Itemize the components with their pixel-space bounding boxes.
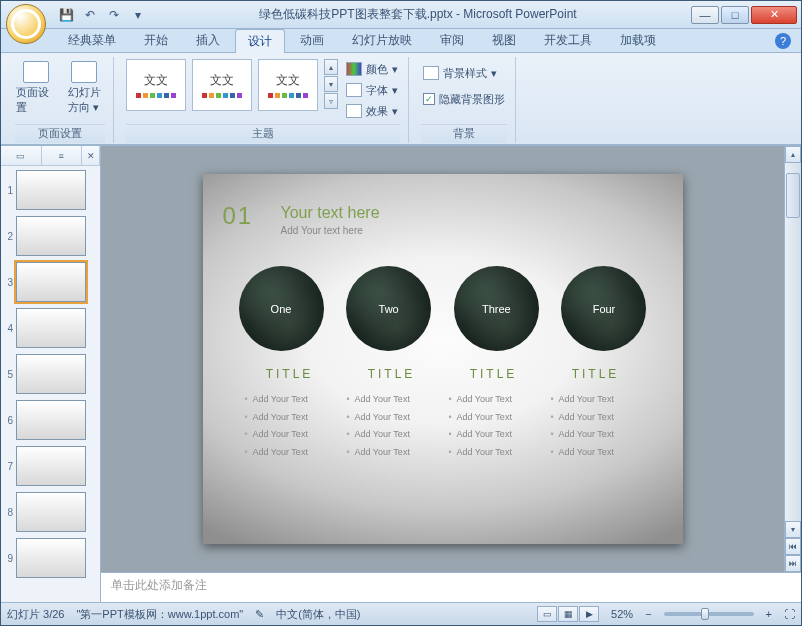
orientation-label: 幻灯片方向 ▾	[68, 85, 101, 115]
theme-thumb-3[interactable]: 文文	[258, 59, 318, 111]
col-item: Add Your Text	[347, 444, 437, 462]
page-setup-label: 页面设置	[16, 85, 56, 115]
colors-icon	[346, 62, 362, 76]
slide-thumbnail-9[interactable]	[16, 538, 86, 578]
thumb-number: 9	[3, 553, 13, 564]
zoom-out-icon[interactable]: −	[645, 608, 651, 620]
slide[interactable]: 01 Your text here Add Your text here One…	[203, 174, 683, 544]
slide-thumbnail-7[interactable]	[16, 446, 86, 486]
circle-2[interactable]: Two	[346, 266, 431, 351]
column-3[interactable]: TITLEAdd Your TextAdd Your TextAdd Your …	[449, 367, 539, 461]
close-button[interactable]: ✕	[751, 6, 797, 24]
slide-thumbnail-8[interactable]	[16, 492, 86, 532]
slide-subtitle[interactable]: Add Your text here	[281, 225, 655, 236]
status-language[interactable]: 中文(简体，中国)	[276, 607, 360, 622]
theme-thumb-1[interactable]: 文文	[126, 59, 186, 111]
column-4[interactable]: TITLEAdd Your TextAdd Your TextAdd Your …	[551, 367, 641, 461]
next-slide-icon[interactable]: ⏭	[785, 555, 801, 572]
slide-canvas[interactable]: 01 Your text here Add Your text here One…	[101, 146, 784, 572]
tab-insert[interactable]: 插入	[183, 28, 233, 52]
notes-pane[interactable]: 单击此处添加备注	[101, 572, 801, 602]
qat-more-icon[interactable]: ▾	[129, 6, 147, 24]
col-item: Add Your Text	[245, 444, 335, 462]
tab-developer[interactable]: 开发工具	[531, 28, 605, 52]
group-label-page-setup: 页面设置	[15, 124, 105, 143]
slide-title[interactable]: Your text here	[281, 204, 655, 222]
slide-thumbnail-1[interactable]	[16, 170, 86, 210]
tab-addins[interactable]: 加载项	[607, 28, 669, 52]
slide-thumbnail-4[interactable]	[16, 308, 86, 348]
tab-home[interactable]: 开始	[131, 28, 181, 52]
circle-3[interactable]: Three	[454, 266, 539, 351]
group-background: 背景样式 ▾ ✓隐藏背景图形 背景	[413, 57, 516, 143]
ribbon-tabs: 经典菜单 开始 插入 设计 动画 幻灯片放映 审阅 视图 开发工具 加载项 ?	[1, 29, 801, 53]
zoom-in-icon[interactable]: +	[766, 608, 772, 620]
thumbs-tab-outline[interactable]: ≡	[42, 146, 83, 165]
tab-review[interactable]: 审阅	[427, 28, 477, 52]
slide-thumbnail-3[interactable]	[16, 262, 86, 302]
scroll-up-icon[interactable]: ▴	[785, 146, 801, 163]
tab-design[interactable]: 设计	[235, 29, 285, 53]
col-item: Add Your Text	[551, 391, 641, 409]
col-item: Add Your Text	[551, 444, 641, 462]
circle-1[interactable]: One	[239, 266, 324, 351]
hide-bg-label: 隐藏背景图形	[439, 92, 505, 107]
help-icon[interactable]: ?	[775, 33, 791, 49]
office-button[interactable]	[6, 4, 46, 44]
theme-scroll-up[interactable]: ▴	[324, 59, 338, 75]
undo-icon[interactable]: ↶	[81, 6, 99, 24]
thumbs-list[interactable]: 123456789	[1, 166, 100, 602]
background-style-button[interactable]: 背景样式 ▾	[421, 63, 499, 83]
theme-thumb-2[interactable]: 文文	[192, 59, 252, 111]
vertical-scrollbar[interactable]: ▴ ▾ ⏮ ⏭	[784, 146, 801, 572]
theme-scroll-down[interactable]: ▾	[324, 76, 338, 92]
slide-thumbnail-5[interactable]	[16, 354, 86, 394]
theme-thumb-text: 文文	[276, 72, 300, 89]
minimize-button[interactable]: —	[691, 6, 719, 24]
view-normal-icon[interactable]: ▭	[537, 606, 557, 622]
view-sorter-icon[interactable]: ▦	[558, 606, 578, 622]
page-setup-button[interactable]: 页面设置	[15, 59, 57, 117]
thumbs-close[interactable]: ✕	[82, 146, 100, 165]
tab-view[interactable]: 视图	[479, 28, 529, 52]
view-slideshow-icon[interactable]: ▶	[579, 606, 599, 622]
col-item: Add Your Text	[245, 409, 335, 427]
zoom-level[interactable]: 52%	[611, 608, 633, 620]
maximize-button[interactable]: □	[721, 6, 749, 24]
thumbs-tab-slides[interactable]: ▭	[1, 146, 42, 165]
col-item: Add Your Text	[449, 391, 539, 409]
slide-orientation-button[interactable]: 幻灯片方向 ▾	[63, 59, 105, 117]
effects-button[interactable]: 效果 ▾	[344, 101, 400, 121]
scroll-down-icon[interactable]: ▾	[785, 521, 801, 538]
save-icon[interactable]: 💾	[57, 6, 75, 24]
col-title: TITLE	[449, 367, 539, 381]
column-1[interactable]: TITLEAdd Your TextAdd Your TextAdd Your …	[245, 367, 335, 461]
zoom-slider[interactable]	[664, 612, 754, 616]
prev-slide-icon[interactable]: ⏮	[785, 538, 801, 555]
fit-window-icon[interactable]: ⛶	[784, 608, 795, 620]
theme-gallery-expand[interactable]: ▿	[324, 93, 338, 109]
circle-label: Three	[482, 303, 511, 315]
spellcheck-icon[interactable]: ✎	[255, 608, 264, 621]
tab-slideshow[interactable]: 幻灯片放映	[339, 28, 425, 52]
fonts-button[interactable]: 字体 ▾	[344, 80, 400, 100]
circle-4[interactable]: Four	[561, 266, 646, 351]
tab-animation[interactable]: 动画	[287, 28, 337, 52]
hide-bg-checkbox[interactable]: ✓隐藏背景图形	[421, 89, 507, 109]
thumb-number: 3	[3, 277, 13, 288]
zoom-handle[interactable]	[701, 608, 709, 620]
status-bar: 幻灯片 3/26 "第一PPT模板网：www.1ppt.com" ✎ 中文(简体…	[1, 602, 801, 625]
thumbnails-pane: ▭ ≡ ✕ 123456789	[1, 146, 101, 602]
fonts-label: 字体	[366, 83, 388, 98]
group-page-setup: 页面设置 幻灯片方向 ▾ 页面设置	[7, 57, 114, 143]
scroll-thumb[interactable]	[786, 173, 800, 218]
tab-classic[interactable]: 经典菜单	[55, 28, 129, 52]
slide-section-number: 01	[223, 202, 254, 230]
redo-icon[interactable]: ↷	[105, 6, 123, 24]
group-themes: 文文 文文 文文 ▴ ▾ ▿ 颜色 ▾ 字体 ▾	[118, 57, 409, 143]
colors-button[interactable]: 颜色 ▾	[344, 59, 400, 79]
slide-thumbnail-2[interactable]	[16, 216, 86, 256]
page-setup-icon	[23, 61, 49, 83]
column-2[interactable]: TITLEAdd Your TextAdd Your TextAdd Your …	[347, 367, 437, 461]
slide-thumbnail-6[interactable]	[16, 400, 86, 440]
